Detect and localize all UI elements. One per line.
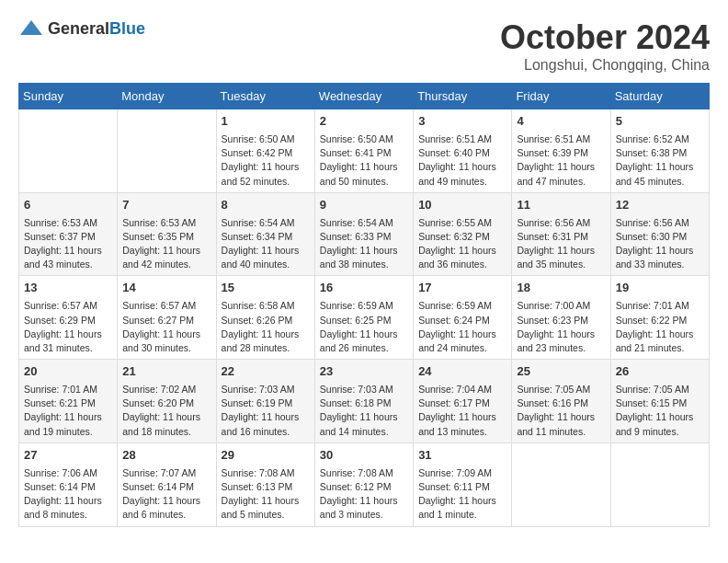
day-info: Sunrise: 6:59 AM Sunset: 6:24 PM Dayligh… xyxy=(418,299,506,355)
day-number: 23 xyxy=(320,363,408,381)
calendar-cell: 20Sunrise: 7:01 AM Sunset: 6:21 PM Dayli… xyxy=(19,360,118,443)
week-row: 13Sunrise: 6:57 AM Sunset: 6:29 PM Dayli… xyxy=(19,276,710,360)
day-number: 12 xyxy=(616,197,704,214)
month-title: October 2024 xyxy=(500,18,710,57)
day-info: Sunrise: 7:04 AM Sunset: 6:17 PM Dayligh… xyxy=(418,383,506,439)
logo-blue: Blue xyxy=(109,19,145,38)
day-number: 10 xyxy=(418,197,506,214)
calendar-cell xyxy=(19,109,118,193)
calendar-cell: 14Sunrise: 6:57 AM Sunset: 6:27 PM Dayli… xyxy=(118,276,216,360)
calendar-header: SundayMondayTuesdayWednesdayThursdayFrid… xyxy=(19,84,710,109)
day-number: 21 xyxy=(122,363,210,381)
svg-marker-0 xyxy=(20,20,42,35)
calendar-cell: 22Sunrise: 7:03 AM Sunset: 6:19 PM Dayli… xyxy=(216,360,314,443)
calendar-cell: 9Sunrise: 6:54 AM Sunset: 6:33 PM Daylig… xyxy=(314,192,413,276)
calendar-cell: 23Sunrise: 7:03 AM Sunset: 6:18 PM Dayli… xyxy=(314,360,413,443)
day-number: 13 xyxy=(24,280,112,297)
logo: GeneralBlue xyxy=(18,18,145,39)
header-day-wednesday: Wednesday xyxy=(314,84,413,109)
day-info: Sunrise: 6:51 AM Sunset: 6:39 PM Dayligh… xyxy=(517,132,605,189)
day-number: 4 xyxy=(517,113,605,131)
day-number: 14 xyxy=(122,280,210,297)
day-info: Sunrise: 7:08 AM Sunset: 6:12 PM Dayligh… xyxy=(320,466,408,523)
day-number: 16 xyxy=(320,280,408,297)
day-info: Sunrise: 6:54 AM Sunset: 6:34 PM Dayligh… xyxy=(222,216,310,272)
calendar-cell: 5Sunrise: 6:52 AM Sunset: 6:38 PM Daylig… xyxy=(610,109,709,193)
calendar-cell: 4Sunrise: 6:51 AM Sunset: 6:39 PM Daylig… xyxy=(512,109,610,193)
day-info: Sunrise: 6:52 AM Sunset: 6:38 PM Dayligh… xyxy=(616,132,704,189)
day-info: Sunrise: 6:50 AM Sunset: 6:41 PM Dayligh… xyxy=(320,132,408,189)
day-number: 7 xyxy=(122,197,210,214)
calendar-cell: 8Sunrise: 6:54 AM Sunset: 6:34 PM Daylig… xyxy=(216,192,314,276)
calendar-body: 1Sunrise: 6:50 AM Sunset: 6:42 PM Daylig… xyxy=(19,109,710,527)
day-info: Sunrise: 6:54 AM Sunset: 6:33 PM Dayligh… xyxy=(320,216,408,272)
calendar-cell: 25Sunrise: 7:05 AM Sunset: 6:16 PM Dayli… xyxy=(512,360,610,443)
calendar-cell: 31Sunrise: 7:09 AM Sunset: 6:11 PM Dayli… xyxy=(414,442,512,526)
day-info: Sunrise: 6:56 AM Sunset: 6:31 PM Dayligh… xyxy=(517,216,605,272)
logo-text: GeneralBlue xyxy=(48,19,145,39)
header-day-monday: Monday xyxy=(118,84,216,109)
calendar-cell: 2Sunrise: 6:50 AM Sunset: 6:41 PM Daylig… xyxy=(314,109,413,193)
calendar-cell: 12Sunrise: 6:56 AM Sunset: 6:30 PM Dayli… xyxy=(610,192,709,276)
day-info: Sunrise: 6:59 AM Sunset: 6:25 PM Dayligh… xyxy=(320,299,408,355)
calendar-cell xyxy=(512,442,610,526)
day-number: 30 xyxy=(320,447,408,465)
day-info: Sunrise: 7:03 AM Sunset: 6:19 PM Dayligh… xyxy=(222,383,310,439)
header-day-saturday: Saturday xyxy=(610,84,709,109)
day-number: 27 xyxy=(24,447,112,465)
calendar-cell: 3Sunrise: 6:51 AM Sunset: 6:40 PM Daylig… xyxy=(414,109,512,193)
header-day-tuesday: Tuesday xyxy=(216,84,314,109)
day-info: Sunrise: 7:00 AM Sunset: 6:23 PM Dayligh… xyxy=(517,299,605,355)
day-info: Sunrise: 6:57 AM Sunset: 6:29 PM Dayligh… xyxy=(24,299,112,355)
day-number: 31 xyxy=(418,447,506,465)
week-row: 6Sunrise: 6:53 AM Sunset: 6:37 PM Daylig… xyxy=(19,192,710,276)
day-info: Sunrise: 7:05 AM Sunset: 6:16 PM Dayligh… xyxy=(517,383,605,439)
day-number: 1 xyxy=(222,113,310,131)
calendar-cell: 11Sunrise: 6:56 AM Sunset: 6:31 PM Dayli… xyxy=(512,192,610,276)
day-number: 8 xyxy=(222,197,310,214)
day-info: Sunrise: 7:03 AM Sunset: 6:18 PM Dayligh… xyxy=(320,383,408,439)
title-area: October 2024 Longshui, Chongqing, China xyxy=(500,18,710,74)
day-info: Sunrise: 6:55 AM Sunset: 6:32 PM Dayligh… xyxy=(418,216,506,272)
calendar-table: SundayMondayTuesdayWednesdayThursdayFrid… xyxy=(18,83,710,527)
day-number: 9 xyxy=(320,197,408,214)
header: GeneralBlue October 2024 Longshui, Chong… xyxy=(18,18,710,74)
header-day-sunday: Sunday xyxy=(19,84,118,109)
day-info: Sunrise: 7:01 AM Sunset: 6:22 PM Dayligh… xyxy=(616,299,704,355)
day-info: Sunrise: 6:50 AM Sunset: 6:42 PM Dayligh… xyxy=(222,132,310,189)
day-info: Sunrise: 7:07 AM Sunset: 6:14 PM Dayligh… xyxy=(122,466,210,523)
day-info: Sunrise: 6:51 AM Sunset: 6:40 PM Dayligh… xyxy=(418,132,506,189)
calendar-cell: 1Sunrise: 6:50 AM Sunset: 6:42 PM Daylig… xyxy=(216,109,314,193)
day-number: 5 xyxy=(616,113,704,131)
calendar-cell: 27Sunrise: 7:06 AM Sunset: 6:14 PM Dayli… xyxy=(19,442,118,526)
week-row: 20Sunrise: 7:01 AM Sunset: 6:21 PM Dayli… xyxy=(19,360,710,443)
calendar-cell: 24Sunrise: 7:04 AM Sunset: 6:17 PM Dayli… xyxy=(414,360,512,443)
day-number: 11 xyxy=(517,197,605,214)
day-number: 28 xyxy=(122,447,210,465)
header-day-thursday: Thursday xyxy=(414,84,512,109)
day-info: Sunrise: 6:53 AM Sunset: 6:37 PM Dayligh… xyxy=(24,216,112,272)
calendar-cell: 28Sunrise: 7:07 AM Sunset: 6:14 PM Dayli… xyxy=(118,442,216,526)
day-number: 26 xyxy=(616,363,704,381)
calendar-cell: 17Sunrise: 6:59 AM Sunset: 6:24 PM Dayli… xyxy=(414,276,512,360)
day-number: 29 xyxy=(222,447,310,465)
header-day-friday: Friday xyxy=(512,84,610,109)
logo-general: General xyxy=(48,19,109,38)
day-number: 22 xyxy=(222,363,310,381)
calendar-cell: 13Sunrise: 6:57 AM Sunset: 6:29 PM Dayli… xyxy=(19,276,118,360)
calendar-cell: 29Sunrise: 7:08 AM Sunset: 6:13 PM Dayli… xyxy=(216,442,314,526)
calendar-cell: 6Sunrise: 6:53 AM Sunset: 6:37 PM Daylig… xyxy=(19,192,118,276)
calendar-cell: 10Sunrise: 6:55 AM Sunset: 6:32 PM Dayli… xyxy=(414,192,512,276)
calendar-cell: 19Sunrise: 7:01 AM Sunset: 6:22 PM Dayli… xyxy=(610,276,709,360)
day-number: 15 xyxy=(222,280,310,297)
calendar-cell: 26Sunrise: 7:05 AM Sunset: 6:15 PM Dayli… xyxy=(610,360,709,443)
day-info: Sunrise: 7:02 AM Sunset: 6:20 PM Dayligh… xyxy=(122,383,210,439)
day-number: 2 xyxy=(320,113,408,131)
calendar-cell xyxy=(118,109,216,193)
calendar-cell xyxy=(610,442,709,526)
calendar-cell: 7Sunrise: 6:53 AM Sunset: 6:35 PM Daylig… xyxy=(118,192,216,276)
day-info: Sunrise: 7:01 AM Sunset: 6:21 PM Dayligh… xyxy=(24,383,112,439)
day-info: Sunrise: 6:53 AM Sunset: 6:35 PM Dayligh… xyxy=(122,216,210,272)
day-number: 19 xyxy=(616,280,704,297)
calendar-cell: 21Sunrise: 7:02 AM Sunset: 6:20 PM Dayli… xyxy=(118,360,216,443)
